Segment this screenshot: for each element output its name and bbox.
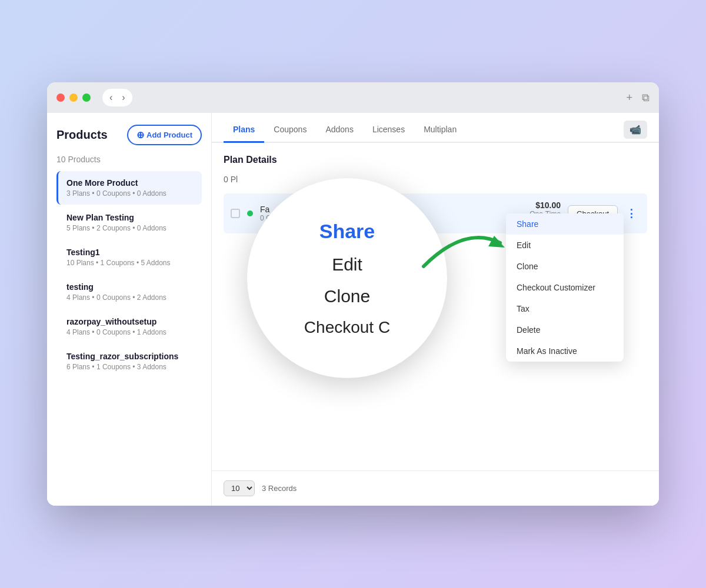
panel-overlay: Plan Details 0 Pl Fa 0 Coupons • 0 Add $… (212, 143, 659, 506)
tab-addons[interactable]: Addons (316, 118, 362, 143)
context-menu: Share Edit Clone Checkout Customizer Tax… (506, 213, 624, 362)
traffic-lights (56, 93, 91, 102)
context-menu-item-checkout-customizer[interactable]: Checkout Customizer (506, 277, 624, 298)
nav-buttons: ‹ › (102, 89, 132, 106)
tabs-actions: 📹 (624, 121, 647, 139)
magnified-edit[interactable]: Edit (247, 251, 447, 278)
tab-coupons[interactable]: Coupons (264, 118, 316, 143)
product-name-4: razorpay_withoutsetup (66, 317, 196, 326)
tab-multiplan[interactable]: Multiplan (414, 118, 466, 143)
back-button[interactable]: ‹ (107, 91, 115, 104)
context-menu-item-mark-inactive[interactable]: Mark As Inactive (506, 340, 624, 362)
browser-window: ‹ › + ⧉ Products ⊕ Add Product 10 Produc… (47, 82, 659, 506)
product-meta-2: 10 Plans • 1 Coupons • 5 Addons (66, 259, 196, 267)
product-name-2: Testing1 (66, 248, 196, 257)
video-button[interactable]: 📹 (624, 121, 647, 139)
plus-icon: ⊕ (136, 129, 144, 141)
product-item-5[interactable]: Testing_razor_subscriptions 6 Plans • 1 … (56, 345, 202, 378)
magnified-clone[interactable]: Clone (247, 283, 447, 310)
context-menu-item-share[interactable]: Share (506, 213, 624, 235)
main-content: Products ⊕ Add Product 10 Products One M… (47, 113, 659, 506)
product-item-4[interactable]: razorpay_withoutsetup 4 Plans • 0 Coupon… (56, 310, 202, 343)
add-product-label: Add Product (146, 131, 192, 139)
product-name-0: One More Product (66, 178, 196, 188)
sidebar-title: Products (56, 128, 108, 142)
context-menu-item-clone[interactable]: Clone (506, 256, 624, 277)
add-product-button[interactable]: ⊕ Add Product (127, 125, 202, 145)
page-size-select[interactable]: 10 25 50 (224, 480, 255, 496)
plan-status-dot-0 (247, 211, 253, 216)
context-menu-item-tax[interactable]: Tax (506, 298, 624, 319)
close-button[interactable] (56, 93, 65, 102)
product-item-1[interactable]: New Plan Testing 5 Plans • 2 Coupons • 0… (56, 206, 202, 239)
pagination-bar: 10 25 50 3 Records (212, 470, 659, 506)
context-menu-item-delete[interactable]: Delete (506, 319, 624, 340)
magnified-checkout-c[interactable]: Checkout C (247, 315, 447, 340)
minimize-button[interactable] (69, 93, 78, 102)
plan-price-0: $10.00 (530, 201, 561, 210)
product-item-3[interactable]: testing 4 Plans • 0 Coupons • 2 Addons (56, 275, 202, 309)
product-meta-0: 3 Plans • 0 Coupons • 0 Addons (66, 189, 196, 198)
records-label: 3 Records (262, 484, 297, 493)
tab-plans[interactable]: Plans (224, 118, 264, 143)
product-name-1: New Plan Testing (66, 213, 196, 222)
title-bar-actions: + ⧉ (626, 92, 650, 104)
product-meta-1: 5 Plans • 2 Coupons • 0 Addons (66, 224, 196, 232)
product-name-5: Testing_razor_subscriptions (66, 352, 196, 361)
product-count: 10 Products (56, 155, 202, 164)
more-options-button[interactable]: ⋮ (622, 206, 640, 221)
forward-button[interactable]: › (119, 91, 127, 104)
magnified-share[interactable]: Share (247, 216, 447, 246)
product-meta-4: 4 Plans • 0 Coupons • 1 Addons (66, 328, 196, 336)
magnified-overlay: Share Edit Clone Checkout C (247, 178, 447, 378)
product-list: One More Product 3 Plans • 0 Coupons • 0… (56, 171, 202, 378)
product-item-0[interactable]: One More Product 3 Plans • 0 Coupons • 0… (56, 171, 202, 205)
tabs-bar: Plans Coupons Addons Licenses Multiplan … (212, 113, 659, 143)
product-name-3: testing (66, 282, 196, 292)
product-item-2[interactable]: Testing1 10 Plans • 1 Coupons • 5 Addons (56, 240, 202, 274)
plan-checkbox-0[interactable] (231, 209, 240, 218)
tab-licenses[interactable]: Licenses (363, 118, 414, 143)
maximize-button[interactable] (82, 93, 91, 102)
context-menu-item-edit[interactable]: Edit (506, 235, 624, 256)
product-meta-5: 6 Plans • 1 Coupons • 3 Addons (66, 363, 196, 371)
sidebar-header: Products ⊕ Add Product (56, 125, 202, 145)
copy-tab-button[interactable]: ⧉ (642, 92, 650, 104)
product-meta-3: 4 Plans • 0 Coupons • 2 Addons (66, 293, 196, 302)
plan-details-title: Plan Details (224, 155, 647, 165)
sidebar: Products ⊕ Add Product 10 Products One M… (47, 113, 212, 506)
plan-count-info: 0 Pl (224, 175, 647, 184)
new-tab-button[interactable]: + (626, 92, 632, 104)
right-panel: Plans Coupons Addons Licenses Multiplan … (212, 113, 659, 506)
title-bar: ‹ › + ⧉ (47, 82, 659, 113)
